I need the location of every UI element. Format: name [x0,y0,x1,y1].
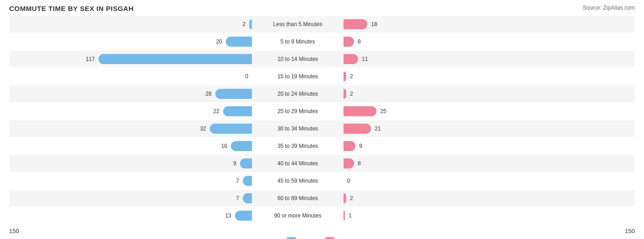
value-female: 2 [348,91,353,97]
bar-label: 30 to 34 Minutes [252,125,344,132]
bar-male: 20 [226,37,252,47]
bar-female: 2 [344,71,346,81]
bar-male: 9 [240,158,252,168]
bar-row: 28 20 to 24 Minutes 2 [9,86,635,102]
value-male: 2 [242,21,248,27]
bar-female: 2 [344,193,346,203]
bar-male: 7 [243,176,252,186]
legend-female: Female [325,237,357,239]
left-section: 9 [9,155,252,172]
value-female: 2 [348,195,353,201]
bar-female: 8 [344,37,354,47]
header: COMMUTE TIME BY SEX IN PISGAH Source: Zi… [9,5,635,12]
value-male: 16 [221,143,229,149]
right-section: 11 [344,51,586,67]
bar-male: 13 [235,211,252,221]
female-color-box [325,237,334,239]
value-female: 8 [355,160,361,167]
bar-row: 7 60 to 89 Minutes 2 [9,190,635,206]
bar-male: 16 [231,141,252,151]
bar-label: Less than 5 Minutes [252,21,344,27]
bar-row: 16 35 to 39 Minutes 9 [9,138,635,154]
value-female: 1 [346,212,352,219]
bar-row: 2 Less than 5 Minutes 18 [9,16,635,33]
bar-female: 8 [344,158,354,168]
male-label: Male [299,238,311,239]
right-section: 1 [344,207,586,224]
bar-female: 18 [344,19,367,29]
bar-female: 2 [344,89,346,99]
value-male: 117 [86,56,97,62]
right-section: 0 [344,173,586,189]
value-male: 28 [206,91,214,97]
bar-row: 22 25 to 29 Minutes 25 [9,103,635,120]
value-female: 21 [372,125,381,132]
bar-row: 117 10 to 14 Minutes 11 [9,51,635,67]
left-section: 22 [9,103,252,120]
value-female: 11 [360,56,368,62]
left-section: 20 [9,33,252,50]
bar-male: 22 [223,106,252,116]
bar-row: 32 30 to 34 Minutes 21 [9,120,635,137]
right-section: 8 [344,155,586,172]
bar-male: 117 [98,54,252,64]
bar-row: 13 90 or more Minutes 1 [9,207,635,224]
legend: Male Female [9,237,635,239]
value-male: 13 [225,212,234,219]
left-section: 16 [9,138,252,154]
value-male: 7 [236,195,241,201]
bar-row: 20 5 to 9 Minutes 8 [9,33,635,50]
bar-female: 25 [344,106,377,116]
bar-row: 7 45 to 59 Minutes 0 [9,173,635,189]
bar-row: 9 40 to 44 Minutes 8 [9,155,635,172]
right-section: 2 [344,86,586,102]
chart-area: 2 Less than 5 Minutes 18 20 5 to 9 Minut… [9,16,635,224]
bar-label: 40 to 44 Minutes [252,160,344,167]
bar-label: 10 to 14 Minutes [252,56,344,62]
bar-row: 0 15 to 19 Minutes 2 [9,68,635,85]
left-section: 117 [9,51,252,67]
bar-label: 20 to 24 Minutes [252,91,344,97]
bar-label: 15 to 19 Minutes [252,73,344,80]
source-text: Source: ZipAtlas.com [583,5,635,11]
legend-male: Male [287,237,311,239]
right-section: 21 [344,120,586,137]
value-male: 22 [213,108,222,114]
bar-label: 5 to 9 Minutes [252,38,344,45]
page-container: COMMUTE TIME BY SEX IN PISGAH Source: Zi… [9,5,635,239]
male-color-box [287,237,296,239]
bar-label: 25 to 29 Minutes [252,108,344,114]
bar-female: 11 [344,54,358,64]
female-label: Female [337,238,357,239]
value-female: 2 [348,73,353,80]
right-section: 25 [344,103,586,120]
value-male: 9 [233,160,239,167]
bar-label: 45 to 59 Minutes [252,178,344,184]
left-section: 32 [9,120,252,137]
left-section: 13 [9,207,252,224]
bar-label: 60 to 89 Minutes [252,195,344,201]
left-section: 0 [9,68,252,85]
value-female: 9 [357,143,362,149]
bar-male: 28 [215,89,252,99]
value-male: 32 [200,125,208,132]
bar-female: 1 [344,211,345,221]
right-section: 9 [344,138,586,154]
axis-left: 150 [9,228,211,234]
axis-labels: 150 150 [9,225,635,234]
left-section: 7 [9,190,252,206]
bar-female: 21 [344,124,371,134]
value-female: 18 [369,21,377,27]
value-female: 0 [345,178,350,184]
bar-female: 9 [344,141,355,151]
right-section: 2 [344,190,586,206]
right-section: 8 [344,33,586,50]
bar-label: 35 to 39 Minutes [252,143,344,149]
value-female: 25 [378,108,386,114]
value-female: 8 [355,38,361,45]
left-section: 28 [9,86,252,102]
value-male: 20 [216,38,224,45]
value-male: 0 [245,73,251,80]
left-section: 2 [9,16,252,33]
right-section: 2 [344,68,586,85]
